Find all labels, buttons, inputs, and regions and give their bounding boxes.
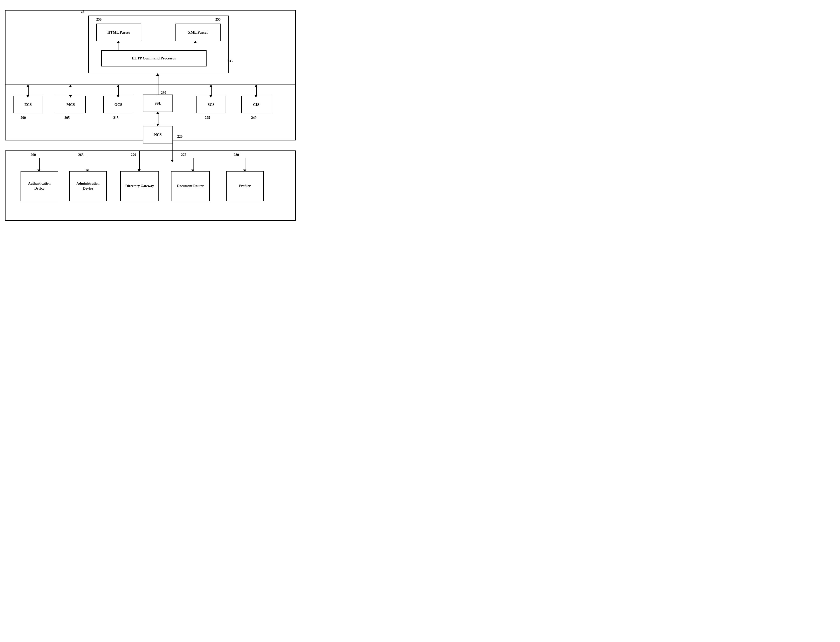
arrowhead-http-ssl-up [156,73,159,76]
arrowhead-ocs-up [117,85,120,87]
ref-230: 230 [161,91,166,95]
ref-275: 275 [181,153,186,157]
html-parser-box: HTML Parser [96,24,141,41]
doc-router-box: Document Router [171,171,210,201]
divider [5,84,295,85]
arrowhead-cis-down [254,95,257,97]
arrow-admin-down [88,158,88,170]
admin-device-box: Administration Device [69,171,107,201]
auth-device-box: Authentication Device [21,171,58,201]
ref-200: 200 [21,116,26,120]
ncs-box: NCS [143,126,173,143]
ref-260: 260 [31,153,36,157]
ref-25: 25 [81,10,84,14]
arrowhead-scs-down [209,95,212,97]
arrowhead-scs-up [209,85,212,87]
ref-270: 270 [131,153,136,157]
arrow-doc-down [193,158,194,170]
profiler-box: Profiler [226,171,264,201]
ref-255: 255 [215,18,220,21]
box-40: 40 260 265 270 275 280 Authentication De… [5,151,296,221]
ref-240: 240 [251,116,256,120]
ref-280: 280 [234,153,239,157]
box-25: 25 HTML Parser 250 XML Parser 255 [88,16,228,73]
ref-225: 225 [205,116,210,120]
arrow-ncs-bottom [172,141,173,161]
scs-box: SCS [196,96,226,113]
arrowhead-ecs-up [26,85,29,87]
arrow-profiler-down [245,158,245,170]
ref-265: 265 [78,153,84,157]
arrowhead-ssl-ncs-up [156,112,159,114]
arrowhead-ecs-down [26,95,29,97]
arrowhead-ocs-down [117,95,120,97]
arrowhead-ncs-bottom [171,160,174,162]
arrowhead-mcs-down [69,95,72,97]
ref-235: 235 [227,59,233,63]
ssl-box: SSL [143,94,173,112]
ref-205: 205 [65,116,70,120]
arrowhead-html-http-up [117,41,120,43]
mcs-box: MCS [56,96,86,113]
xml-parser-box: XML Parser [175,24,220,41]
ecs-box: ECS [13,96,43,113]
ref-220: 220 [177,135,183,139]
ocs-box: OCS [103,96,133,113]
arrow-dir-down [139,151,140,170]
arrowhead-mcs-up [69,85,72,87]
dir-gateway-box: Directory Gateway [120,171,159,201]
arrow-auth-down [39,158,40,170]
arrowhead-cis-up [254,85,257,87]
cis-box: CIS [241,96,271,113]
ref-250: 250 [96,18,102,21]
ref-215: 215 [113,116,118,120]
http-command-processor-box: HTTP Command Processor [101,50,207,66]
arrowhead-xml-http-up [194,41,197,43]
box-20: 20 25 HTML Parser 250 XML Parser 255 [5,10,296,141]
diagram: 20 25 HTML Parser 250 XML Parser 255 [5,10,296,221]
